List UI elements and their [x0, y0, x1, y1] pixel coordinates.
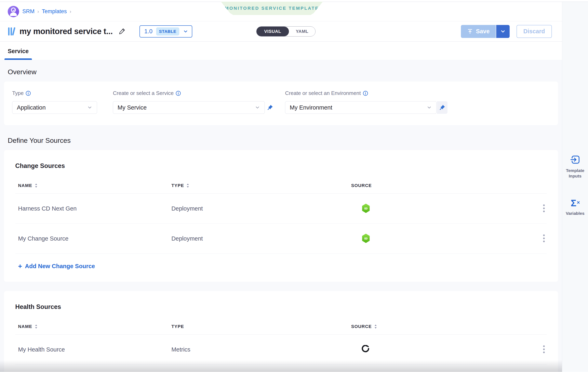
add-health-source-button[interactable]: + Add New Health Source — [15, 365, 547, 372]
variables-icon: Σ× — [571, 198, 579, 208]
add-change-source-button[interactable]: + Add New Change Source — [15, 254, 547, 278]
column-type-label: TYPE — [171, 324, 184, 329]
chevron-down-icon — [500, 29, 506, 34]
template-title-bar: my monitored service t... 1.0 STABLE VIS… — [0, 21, 562, 41]
upload-icon — [467, 28, 473, 34]
chevron-down-icon — [183, 29, 188, 34]
window-top-divider — [0, 0, 588, 2]
pin-environment-button[interactable] — [437, 101, 448, 114]
environment-label: Create or select an Environment — [285, 90, 361, 96]
version-selector[interactable]: 1.0 STABLE — [139, 25, 192, 38]
type-select[interactable]: Application — [12, 101, 97, 114]
template-content: Overview Type Application — [0, 60, 562, 372]
pin-icon — [267, 104, 273, 111]
toggle-yaml[interactable]: YAML — [289, 27, 315, 36]
overview-heading: Overview — [8, 68, 558, 76]
svg-text:∞: ∞ — [364, 205, 368, 211]
template-inputs-label: Template Inputs — [564, 168, 586, 179]
monitored-service-template-badge: MONITORED SERVICE TEMPLATE — [221, 2, 323, 15]
pin-icon — [439, 104, 445, 111]
health-source-row[interactable]: My Health Source Metrics — [15, 335, 547, 365]
row-menu-button[interactable] — [541, 202, 547, 215]
breadcrumb-templates-link[interactable]: Templates — [42, 8, 67, 15]
column-header-type[interactable]: TYPE — [171, 183, 351, 188]
column-header-source[interactable]: SOURCE — [351, 324, 533, 329]
template-inputs-button[interactable]: Template Inputs — [564, 154, 586, 179]
change-source-row[interactable]: My Change Source Deployment ∞ — [15, 224, 547, 254]
template-icon — [8, 27, 17, 36]
active-tab-indicator — [4, 58, 32, 60]
chevron-right-icon: › — [37, 9, 39, 14]
change-sources-table-header: NAME TYPE SOURCE — [15, 179, 547, 194]
template-inputs-icon — [570, 154, 580, 165]
chevron-down-icon — [255, 105, 260, 110]
right-rail: Template Inputs Σ× Variables — [562, 2, 588, 372]
column-name-label: NAME — [18, 324, 32, 329]
health-sources-table-header: NAME TYPE SOURCE — [15, 320, 547, 335]
breadcrumb: SRM › Templates › — [22, 8, 71, 15]
stability-badge: STABLE — [156, 27, 179, 36]
save-button[interactable]: Save — [461, 25, 496, 38]
column-header-name[interactable]: NAME — [18, 324, 171, 329]
variables-button[interactable]: Σ× Variables — [564, 198, 586, 216]
service-select-value: My Service — [117, 104, 147, 111]
save-options-button[interactable] — [496, 25, 510, 38]
overview-card: Type Application — [4, 81, 558, 125]
variables-label: Variables — [564, 211, 586, 216]
column-header-name[interactable]: NAME — [18, 183, 171, 188]
svg-text:∞: ∞ — [364, 235, 368, 241]
change-source-type: Deployment — [171, 205, 351, 212]
health-source-type: Metrics — [171, 346, 351, 353]
change-source-row[interactable]: Harness CD Next Gen Deployment ∞ — [15, 194, 547, 224]
toggle-visual[interactable]: VISUAL — [256, 27, 289, 36]
add-change-source-label: Add New Change Source — [25, 263, 95, 270]
visual-yaml-toggle: VISUAL YAML — [256, 26, 315, 37]
tab-bar: Service — [0, 41, 562, 60]
change-source-name: Harness CD Next Gen — [18, 205, 171, 212]
info-icon[interactable] — [176, 91, 181, 96]
harness-cd-icon: ∞ — [361, 203, 370, 213]
version-number: 1.0 — [144, 28, 152, 35]
harness-cd-icon: ∞ — [361, 233, 370, 243]
save-button-label: Save — [476, 28, 490, 35]
column-source-label: SOURCE — [351, 324, 372, 329]
change-source-name: My Change Source — [18, 235, 171, 242]
service-label: Create or select a Service — [113, 90, 174, 96]
breadcrumb-srm-link[interactable]: SRM — [22, 8, 34, 15]
environment-select[interactable]: My Environment — [285, 101, 437, 114]
column-source-label: SOURCE — [351, 183, 372, 188]
column-header-source: SOURCE — [351, 183, 533, 188]
health-sources-title: Health Sources — [15, 303, 547, 311]
type-label: Type — [12, 90, 23, 96]
discard-button[interactable]: Discard — [516, 25, 552, 38]
breadcrumb-bar: SRM › Templates › MONITORED SERVICE TEMP… — [0, 2, 562, 21]
row-menu-button[interactable] — [541, 232, 547, 245]
sort-icon — [374, 324, 377, 329]
tab-service[interactable]: Service — [4, 48, 32, 60]
chevron-right-icon: › — [70, 9, 71, 14]
template-badge-label: MONITORED SERVICE TEMPLATE — [225, 6, 319, 11]
edit-title-button[interactable] — [118, 27, 126, 36]
info-icon[interactable] — [26, 91, 31, 96]
column-header-type: TYPE — [171, 324, 351, 329]
column-type-label: TYPE — [171, 183, 184, 188]
column-name-label: NAME — [18, 183, 32, 188]
sort-icon — [35, 324, 38, 329]
pencil-icon — [118, 27, 126, 35]
kebab-menu-icon — [543, 234, 545, 243]
page-title: my monitored service t... — [20, 27, 113, 36]
environment-select-value: My Environment — [290, 104, 332, 111]
change-sources-card: Change Sources NAME TYPE — [4, 150, 558, 282]
kebab-menu-icon — [543, 204, 545, 213]
type-select-value: Application — [17, 104, 46, 111]
info-icon[interactable] — [363, 91, 368, 96]
health-source-name: My Health Source — [18, 346, 171, 353]
chevron-down-icon — [427, 105, 432, 110]
service-select[interactable]: My Service — [113, 101, 265, 114]
save-split-button: Save — [461, 25, 510, 38]
chevron-down-icon — [87, 105, 92, 110]
health-sources-card: Health Sources NAME TYPE S — [4, 291, 558, 372]
pin-service-button[interactable] — [265, 101, 275, 114]
change-sources-title: Change Sources — [15, 162, 547, 170]
row-menu-button[interactable] — [541, 343, 547, 356]
